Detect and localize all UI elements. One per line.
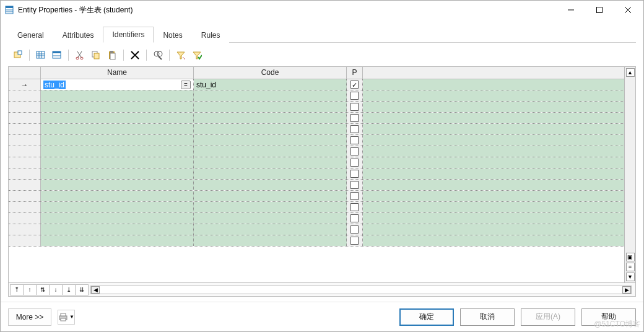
row-indicator[interactable] bbox=[9, 146, 41, 157]
apply-button[interactable]: 应用(A) bbox=[521, 308, 575, 326]
table-row[interactable] bbox=[9, 135, 624, 146]
primary-checkbox[interactable] bbox=[350, 114, 359, 122]
row-indicator[interactable] bbox=[9, 102, 41, 112]
filter-apply-icon[interactable] bbox=[191, 49, 203, 61]
header-name[interactable]: Name bbox=[41, 67, 194, 79]
cell-code[interactable] bbox=[194, 124, 347, 134]
cell-name[interactable] bbox=[41, 124, 194, 134]
print-icon[interactable]: ▼ bbox=[58, 310, 75, 325]
tab-identifiers[interactable]: Identifiers bbox=[103, 27, 154, 43]
cell-name[interactable] bbox=[41, 146, 194, 157]
nav-swap-icon[interactable]: ⇅ bbox=[36, 284, 50, 295]
table-row[interactable] bbox=[9, 113, 624, 124]
cell-name[interactable] bbox=[41, 180, 194, 190]
cell-code[interactable] bbox=[194, 102, 347, 112]
cell-name[interactable] bbox=[41, 135, 194, 146]
primary-checkbox[interactable] bbox=[350, 103, 359, 111]
horizontal-scrollbar[interactable]: ◀ ▶ bbox=[90, 286, 632, 294]
cell-name[interactable]: stu_id= bbox=[41, 79, 194, 90]
cell-code[interactable] bbox=[194, 135, 347, 146]
cell-name[interactable] bbox=[41, 168, 194, 179]
row-indicator[interactable] bbox=[9, 90, 41, 101]
paste-icon[interactable] bbox=[106, 49, 118, 61]
nav-up-icon[interactable]: ↑ bbox=[23, 284, 37, 295]
row-indicator[interactable] bbox=[9, 213, 41, 224]
cell-code[interactable] bbox=[194, 213, 347, 224]
table-row[interactable]: stu_id=stu_id bbox=[9, 79, 624, 90]
cell-name[interactable] bbox=[41, 90, 194, 101]
grid2-icon[interactable] bbox=[51, 49, 63, 61]
scroll-up-icon[interactable]: ▲ bbox=[626, 68, 635, 77]
tab-notes[interactable]: Notes bbox=[154, 27, 191, 43]
cell-name-text[interactable]: stu_id bbox=[43, 81, 66, 89]
scroll-down-icon[interactable]: ▼ bbox=[626, 273, 635, 281]
header-code[interactable]: Code bbox=[194, 67, 347, 79]
row-indicator[interactable] bbox=[9, 224, 41, 235]
table-row[interactable] bbox=[9, 235, 624, 247]
cell-p[interactable] bbox=[347, 90, 363, 101]
primary-checkbox[interactable] bbox=[350, 170, 359, 178]
table-row[interactable] bbox=[9, 213, 624, 224]
row-indicator[interactable] bbox=[9, 202, 41, 212]
primary-checkbox[interactable] bbox=[350, 225, 359, 234]
primary-checkbox[interactable] bbox=[350, 237, 359, 245]
primary-checkbox[interactable] bbox=[350, 192, 359, 200]
cell-code[interactable] bbox=[194, 235, 347, 246]
cut-icon[interactable] bbox=[74, 49, 86, 61]
header-rownum[interactable] bbox=[9, 67, 41, 79]
cell-name[interactable] bbox=[41, 157, 194, 168]
table-row[interactable] bbox=[9, 191, 624, 202]
cell-p[interactable] bbox=[347, 135, 363, 146]
cell-p[interactable] bbox=[347, 146, 363, 157]
scroll-maximize-icon[interactable]: ▣ bbox=[626, 253, 635, 261]
maximize-button[interactable] bbox=[585, 1, 614, 19]
primary-checkbox[interactable] bbox=[350, 181, 359, 189]
filter-icon[interactable] bbox=[175, 49, 187, 61]
cell-code[interactable] bbox=[194, 180, 347, 190]
tab-attributes[interactable]: Attributes bbox=[53, 27, 103, 43]
more-button[interactable]: More >> bbox=[8, 308, 51, 326]
cell-p[interactable] bbox=[347, 102, 363, 112]
ok-button[interactable]: 确定 bbox=[399, 308, 454, 326]
properties-icon[interactable] bbox=[12, 49, 24, 61]
header-p[interactable]: P bbox=[347, 67, 363, 79]
tab-rules[interactable]: Rules bbox=[192, 27, 230, 43]
cell-name[interactable] bbox=[41, 202, 194, 212]
table-row[interactable] bbox=[9, 102, 624, 113]
cell-p[interactable] bbox=[347, 168, 363, 179]
row-indicator[interactable] bbox=[9, 235, 41, 246]
help-button[interactable]: 帮助 bbox=[581, 308, 636, 326]
close-button[interactable] bbox=[614, 1, 642, 19]
cell-p[interactable] bbox=[347, 191, 363, 201]
table-row[interactable] bbox=[9, 124, 624, 135]
tab-general[interactable]: General bbox=[8, 27, 53, 43]
grid-body[interactable]: stu_id=stu_id bbox=[9, 79, 624, 282]
cell-name[interactable] bbox=[41, 102, 194, 112]
cell-code[interactable] bbox=[194, 90, 347, 101]
cell-name[interactable] bbox=[41, 213, 194, 224]
cell-name[interactable] bbox=[41, 235, 194, 246]
cell-p[interactable] bbox=[347, 180, 363, 190]
row-indicator[interactable] bbox=[9, 191, 41, 201]
cell-p[interactable] bbox=[347, 224, 363, 235]
cell-code[interactable]: stu_id bbox=[194, 79, 347, 90]
table-row[interactable] bbox=[9, 168, 624, 180]
row-indicator[interactable] bbox=[9, 79, 41, 90]
table-row[interactable] bbox=[9, 146, 624, 157]
copy-icon[interactable] bbox=[90, 49, 102, 61]
table-row[interactable] bbox=[9, 224, 624, 235]
row-indicator[interactable] bbox=[9, 124, 41, 134]
cell-p[interactable] bbox=[347, 113, 363, 123]
primary-checkbox[interactable] bbox=[350, 159, 359, 167]
primary-checkbox[interactable] bbox=[350, 125, 359, 133]
row-indicator[interactable] bbox=[9, 157, 41, 168]
table-row[interactable] bbox=[9, 180, 624, 191]
primary-checkbox[interactable] bbox=[350, 136, 359, 144]
table-row[interactable] bbox=[9, 90, 624, 102]
cell-code[interactable] bbox=[194, 113, 347, 123]
primary-checkbox[interactable] bbox=[350, 147, 359, 155]
cell-p[interactable] bbox=[347, 157, 363, 168]
primary-checkbox[interactable] bbox=[350, 214, 359, 222]
cell-p[interactable] bbox=[347, 79, 363, 90]
cell-code[interactable] bbox=[194, 146, 347, 157]
